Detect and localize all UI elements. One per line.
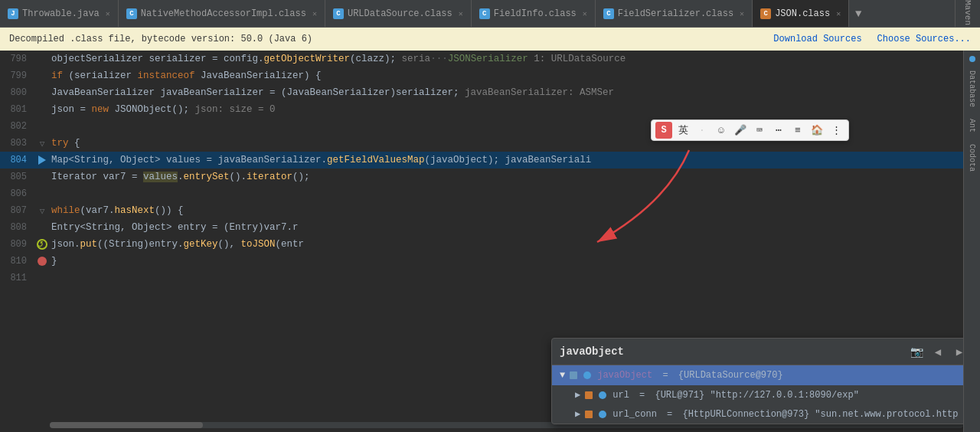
close-tab-button[interactable]: ✕ xyxy=(312,9,317,18)
line-number: 811 xyxy=(0,273,34,283)
debug-popup-content: ▼ javaObject = {URLDataSource@970} ▶ url… xyxy=(552,365,963,424)
sidebar-ant-label[interactable]: Ant xyxy=(968,114,976,137)
close-tab-button[interactable]: ✕ xyxy=(740,9,744,18)
code-line-807: 807 ▽ while(var7.hasNext()) { xyxy=(0,202,963,219)
code-line-810: 810 } xyxy=(0,253,963,270)
line-code: Iterator var7 = values.entrySet().iterat… xyxy=(50,172,963,182)
line-gutter: ▽ xyxy=(34,206,50,216)
expand-arrow: ▼ xyxy=(560,370,565,381)
ime-voice[interactable]: 🎤 xyxy=(732,122,749,139)
debug-item-url[interactable]: ▶ url = {URL@971} "http://127.0.0.1:8090… xyxy=(552,385,963,404)
tab-label: JSON.class xyxy=(775,8,830,19)
close-tab-button[interactable]: ✕ xyxy=(583,9,587,18)
var-eq: = xyxy=(662,409,678,420)
debug-popup-title: javaObject xyxy=(560,345,624,358)
ime-home[interactable]: 🏠 xyxy=(808,122,825,139)
line-number: 808 xyxy=(0,222,34,233)
tab-fieldserializer[interactable]: C FieldSerializer.class ✕ xyxy=(596,0,753,28)
line-code: json = new JSONObject(); json: size = 0 xyxy=(50,104,963,115)
tab-label: URLDataSource.class xyxy=(348,8,452,19)
close-tab-button[interactable]: ✕ xyxy=(836,9,841,18)
ime-tools[interactable]: ⋯ xyxy=(770,122,787,139)
line-number: 800 xyxy=(0,87,34,98)
tab-nativemethod[interactable]: C NativeMethodAccessorImpl.class ✕ xyxy=(119,0,325,28)
line-number: 810 xyxy=(0,256,34,267)
notification-actions: Download Sources Choose Sources... xyxy=(773,34,971,44)
expand-arrow: ▶ xyxy=(575,408,580,420)
class-file-icon: C xyxy=(333,8,344,19)
close-tab-button[interactable]: ✕ xyxy=(106,9,110,18)
var-value: {URL@971} "http://127.0.0.1:8090/exp" xyxy=(655,390,858,401)
line-number: 804 xyxy=(0,155,34,165)
code-lines: 798 objectSerializer serializer = config… xyxy=(0,51,963,286)
sogou-logo[interactable]: S xyxy=(655,122,672,139)
main-area: 798 objectSerializer serializer = config… xyxy=(0,51,980,432)
line-code: if (serializer instanceof JavaBeanSerial… xyxy=(50,70,963,81)
line-gutter: ▽ xyxy=(34,139,50,149)
debug-camera-button[interactable]: 📷 xyxy=(908,343,925,360)
tab-fieldinfo[interactable]: C FieldInfo.class ✕ xyxy=(472,0,596,28)
line-gutter xyxy=(34,257,50,266)
tab-label: FieldSerializer.class xyxy=(618,8,733,19)
expand-arrow: ▶ xyxy=(575,389,580,401)
line-number: 798 xyxy=(0,54,34,64)
code-line-809: 809 ↺ json.put((String)entry.getKey(), t… xyxy=(0,236,963,253)
choose-sources-link[interactable]: Choose Sources... xyxy=(877,34,971,44)
code-line-806: 806 xyxy=(0,185,963,202)
ime-toolbar: S 英 · ☺ 🎤 ⌨ ⋯ ≡ 🏠 ⋮ xyxy=(651,119,849,141)
debug-item-javaobject[interactable]: ▼ javaObject = {URLDataSource@970} xyxy=(552,365,963,385)
ime-separator: · xyxy=(694,122,710,139)
download-sources-link[interactable]: Download Sources xyxy=(773,34,861,44)
var-value: {HttpURLConnection@973} "sun.net.www.pro… xyxy=(682,409,958,420)
ime-emoji[interactable]: ☺ xyxy=(713,122,730,139)
close-tab-button[interactable]: ✕ xyxy=(459,9,463,18)
maven-panel-button[interactable]: Maven xyxy=(955,0,980,28)
line-number: 805 xyxy=(0,172,34,182)
tab-json[interactable]: C JSON.class ✕ xyxy=(753,0,849,28)
field-icon2 xyxy=(599,411,606,418)
debug-back-button[interactable]: ◀ xyxy=(929,343,946,360)
var-name: url xyxy=(612,390,629,401)
tab-scroll-right[interactable]: ▼ xyxy=(849,0,867,28)
debug-forward-button[interactable]: ▶ xyxy=(951,343,963,360)
tab-bar: J Throwable.java ✕ C NativeMethodAccesso… xyxy=(0,0,980,28)
java-file-icon: J xyxy=(8,8,18,19)
line-number: 799 xyxy=(0,70,34,81)
field-icon2 xyxy=(583,371,591,379)
code-line-811: 811 xyxy=(0,270,963,286)
code-editor[interactable]: 798 objectSerializer serializer = config… xyxy=(0,51,963,432)
tab-label: Throwable.java xyxy=(22,8,100,19)
code-line-808: 808 Entry<String, Object> entry = (Entry… xyxy=(0,219,963,236)
sidebar-codota-label[interactable]: Codota xyxy=(968,139,976,176)
tab-urldatasource[interactable]: C URLDataSource.class ✕ xyxy=(325,0,472,28)
var-value: {URLDataSource@970} xyxy=(678,370,783,381)
code-line-801: 801 json = new JSONObject(); json: size … xyxy=(0,101,963,118)
line-code: objectSerializer serializer = config.get… xyxy=(50,54,963,64)
tab-throwable[interactable]: J Throwable.java ✕ xyxy=(0,0,119,28)
line-code: while(var7.hasNext()) { xyxy=(50,205,963,216)
ime-settings[interactable]: ≡ xyxy=(789,122,806,139)
sidebar-database-label[interactable]: Database xyxy=(968,66,976,112)
code-line-804: 804 Map<String, Object> values = javaBea… xyxy=(0,152,963,169)
debug-item-urlconn[interactable]: ▶ url_conn = {HttpURLConnection@973} "su… xyxy=(552,404,963,424)
field-icon xyxy=(585,391,593,399)
code-line-805: 805 Iterator var7 = values.entrySet().it… xyxy=(0,169,963,185)
var-name: url_conn xyxy=(612,409,657,420)
line-code: } xyxy=(50,256,963,267)
ime-keyboard[interactable]: ⌨ xyxy=(751,122,768,139)
class-file-icon: C xyxy=(479,8,490,19)
line-code: json.put((String)entry.getKey(), toJSON(… xyxy=(50,239,963,250)
line-code: JavaBeanSerializer javaBeanSerializer = … xyxy=(50,87,963,98)
field-icon xyxy=(570,371,577,379)
line-number: 803 xyxy=(0,138,34,149)
code-line-798: 798 objectSerializer serializer = config… xyxy=(0,51,963,67)
ime-more[interactable]: ⋮ xyxy=(828,122,844,139)
line-gutter: ↺ xyxy=(34,239,50,250)
notification-bar: Decompiled .class file, bytecode version… xyxy=(0,28,980,51)
right-sidebar: Database Ant Codota xyxy=(963,51,980,432)
line-code: Map<String, Object> values = javaBeanSer… xyxy=(50,155,963,165)
var-eq: = xyxy=(634,390,651,401)
line-number: 809 xyxy=(0,239,34,250)
scrollbar-thumb[interactable] xyxy=(50,422,203,428)
ime-chinese-toggle[interactable]: 英 xyxy=(675,122,691,139)
